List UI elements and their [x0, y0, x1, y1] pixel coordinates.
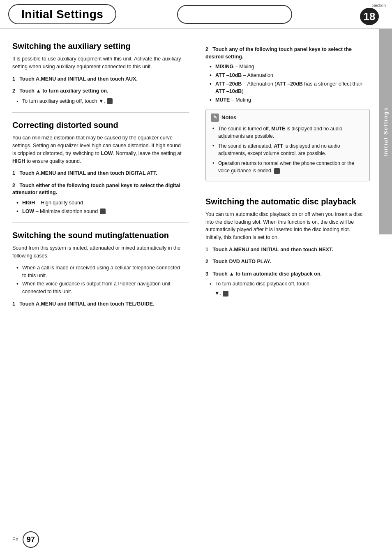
footer-lang: En [12, 537, 18, 542]
muting-step1: 1 Touch A.MENU and INITIAL and then touc… [12, 301, 183, 308]
bullet-att10: ATT –10dB – Attenuation [210, 72, 370, 79]
title-box: Initial Settings [8, 4, 116, 24]
muting-heading: Switching the sound muting/attenuation [12, 230, 183, 240]
muting-step2: 2 Touch any of the following touch panel… [205, 46, 370, 60]
distortion-body: You can minimize distortion that may be … [12, 134, 183, 165]
section-label: Section [372, 3, 386, 8]
bullet-mute: MUTE – Muting [210, 96, 370, 104]
section-number: 18 [360, 8, 379, 25]
note-3: Operation returns to normal when the pho… [212, 160, 364, 174]
disc-step1: 1 Touch A.MENU and INITIAL and then touc… [205, 246, 370, 254]
disc-heading: Switching the automatic disc playback [205, 197, 370, 206]
disc-body: You can turn automatic disc playback on … [205, 211, 370, 241]
section-muting-continued: 2 Touch any of the following touch panel… [205, 46, 370, 104]
disc-sub-item: To turn automatic disc playback off, tou… [210, 280, 370, 288]
header-center-box [177, 5, 292, 24]
sidebar-label-text: Initial Settings [383, 107, 389, 157]
note-2: The sound is attenuated, ATT is displaye… [212, 142, 364, 157]
section-aux-setting: Switching the auxiliary setting It is po… [12, 41, 189, 105]
aux-body: It is possible to use auxiliary equipmen… [12, 55, 183, 71]
disc-step3-sub2: ▼. [205, 290, 370, 297]
section-disc-playback: Switching the automatic disc playback Yo… [205, 197, 370, 297]
left-column: Switching the auxiliary setting It is po… [0, 37, 197, 314]
aux-step2-sub: To turn auxiliary setting off, touch ▼. [12, 97, 183, 105]
header-center [116, 0, 353, 28]
distortion-step2: 2 Touch either of the following touch pa… [12, 182, 183, 197]
notes-icon: ✎ [211, 114, 219, 122]
symbol-icon [107, 98, 113, 104]
main-content: Switching the auxiliary setting It is po… [0, 29, 392, 322]
symbol-icon-4 [223, 291, 228, 297]
divider-1 [12, 112, 189, 113]
aux-sub-item: To turn auxiliary setting off, touch ▼. [16, 97, 183, 105]
bullet-att20: ATT –20dB – Attenuation (ATT –20dB has a… [210, 80, 370, 96]
divider-2 [12, 222, 189, 223]
page-header: Initial Settings Section 18 [0, 0, 392, 29]
right-column: 2 Touch any of the following touch panel… [197, 37, 378, 314]
bullet-low: LOW – Minimize distortion sound [16, 208, 183, 215]
muting-bullet-1: When a call is made or received using a … [16, 264, 183, 280]
distortion-heading: Correcting distorted sound [12, 120, 183, 130]
disc-step3: 3 Touch ▲ to turn automatic disc playbac… [205, 271, 370, 278]
muting-bullets: When a call is made or received using a … [12, 264, 183, 296]
page-title: Initial Settings [21, 8, 103, 21]
bullet-mixing: MIXING – Mixing [210, 63, 370, 71]
distortion-step1: 1 Touch A.MENU and INITIAL and then touc… [12, 170, 183, 177]
note-1: The sound is turned off, MUTE is display… [212, 125, 364, 140]
muting-step2-bullets: MIXING – Mixing ATT –10dB – Attenuation … [205, 63, 370, 104]
aux-step2: 2 Touch ▲ to turn auxiliary setting on. [12, 88, 183, 95]
section-box: Section 18 [353, 3, 386, 25]
divider-3 [205, 189, 370, 189]
muting-body: Sound from this system is muted, attenua… [12, 244, 183, 260]
symbol-icon-2 [100, 208, 106, 214]
sidebar-label: Initial Settings [379, 29, 392, 234]
muting-bullet-2: When the voice guidance is output from a… [16, 280, 183, 296]
section-distortion: Correcting distorted sound You can minim… [12, 120, 189, 215]
bullet-high: HIGH – High quality sound [16, 199, 183, 207]
section-muting: Switching the sound muting/attenuation S… [12, 230, 189, 308]
page-footer: En 97 [0, 531, 392, 548]
notes-title: ✎ Notes [211, 114, 364, 122]
aux-heading: Switching the auxiliary setting [12, 41, 183, 51]
disc-step3-sub: To turn automatic disc playback off, tou… [205, 280, 370, 288]
notes-list: The sound is turned off, MUTE is display… [211, 125, 364, 174]
distortion-bullets: HIGH – High quality sound LOW – Minimize… [12, 199, 183, 215]
notes-box: ✎ Notes The sound is turned off, MUTE is… [205, 109, 370, 181]
footer-page-number: 97 [23, 531, 39, 548]
disc-step2: 2 Touch DVD AUTO PLAY. [205, 258, 370, 266]
symbol-icon-3 [274, 168, 280, 174]
aux-step1: 1 Touch A.MENU and INITIAL and then touc… [12, 76, 183, 83]
